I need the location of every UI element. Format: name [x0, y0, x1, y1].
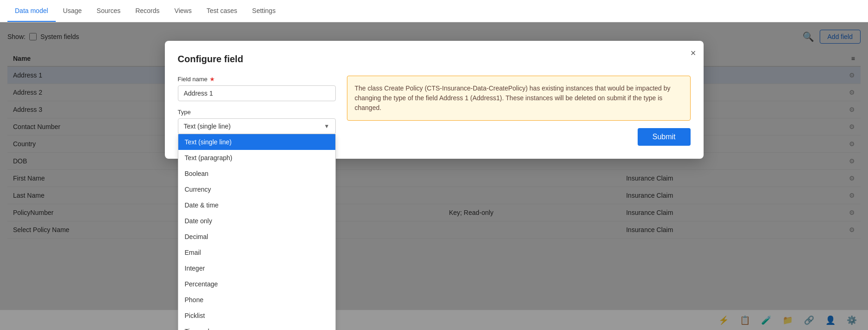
dropdown-option-email[interactable]: Email [178, 245, 335, 260]
dropdown-option-text-paragraph[interactable]: Text (paragraph) [178, 150, 335, 166]
top-navigation: Data model Usage Sources Records Views T… [0, 0, 868, 22]
tab-views[interactable]: Views [167, 0, 199, 22]
dropdown-option-currency[interactable]: Currency [178, 181, 335, 197]
field-name-label: Field name ★ [178, 76, 336, 83]
modal-right-panel: The class Create Policy (CTS-Insurance-D… [347, 76, 691, 146]
modal-overlay: Configure field × Field name ★ Type Text… [0, 22, 868, 330]
type-dropdown[interactable]: Text (single line) ▼ [178, 118, 336, 134]
type-label: Type [178, 109, 336, 116]
modal-left-panel: Field name ★ Type Text (single line) ▼ T… [178, 76, 336, 134]
dropdown-option-date-only[interactable]: Date only [178, 213, 335, 229]
modal-body: Field name ★ Type Text (single line) ▼ T… [178, 76, 691, 146]
tab-usage[interactable]: Usage [56, 0, 89, 22]
tab-test-cases[interactable]: Test cases [199, 0, 245, 22]
submit-area: Submit [347, 128, 691, 146]
required-star: ★ [209, 76, 215, 83]
dropdown-option-integer[interactable]: Integer [178, 260, 335, 276]
type-dropdown-list: Text (single line) Text (paragraph) Bool… [178, 134, 336, 330]
dropdown-option-date-time[interactable]: Date & time [178, 197, 335, 213]
dropdown-option-time-only[interactable]: Time only [178, 324, 335, 330]
dropdown-option-text-single[interactable]: Text (single line) [178, 134, 335, 150]
dropdown-option-picklist[interactable]: Picklist [178, 308, 335, 324]
submit-button[interactable]: Submit [638, 128, 691, 146]
warning-message: The class Create Policy (CTS-Insurance-D… [347, 76, 691, 121]
close-button[interactable]: × [691, 48, 696, 58]
tab-records[interactable]: Records [128, 0, 167, 22]
dropdown-option-decimal[interactable]: Decimal [178, 229, 335, 245]
dropdown-option-percentage[interactable]: Percentage [178, 276, 335, 292]
tab-settings[interactable]: Settings [245, 0, 283, 22]
type-dropdown-container: Text (single line) ▼ Text (single line) … [178, 118, 336, 134]
selected-type-label: Text (single line) [184, 123, 231, 130]
tab-sources[interactable]: Sources [89, 0, 128, 22]
modal-title: Configure field [178, 54, 691, 65]
dropdown-option-phone[interactable]: Phone [178, 292, 335, 308]
field-name-input[interactable] [178, 85, 336, 101]
dropdown-option-boolean[interactable]: Boolean [178, 166, 335, 181]
configure-field-modal: Configure field × Field name ★ Type Text… [165, 41, 704, 159]
tab-data-model[interactable]: Data model [7, 0, 56, 22]
chevron-down-icon: ▼ [324, 123, 330, 129]
content-area: Show: System fields 🔍 Add field Name ≡ [0, 22, 868, 330]
